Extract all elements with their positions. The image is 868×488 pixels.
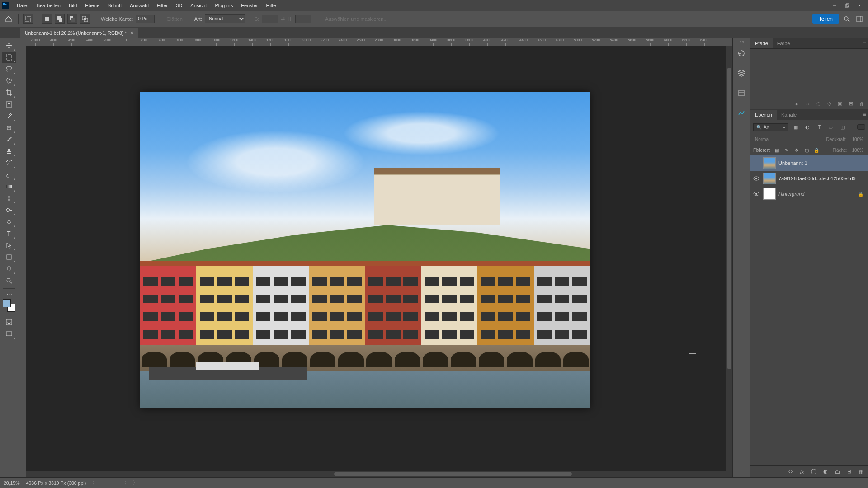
color-tab[interactable]: Farbe <box>773 38 795 48</box>
menu-datei[interactable]: Datei <box>13 0 33 11</box>
lock-transparency-icon[interactable]: ▨ <box>773 147 780 153</box>
stroke-path-icon[interactable]: ○ <box>804 101 811 107</box>
foreground-color-swatch[interactable] <box>3 299 11 307</box>
brush-tool[interactable] <box>2 134 16 145</box>
canvas-area[interactable]: -1000-800-600-400-2000200400600800100012… <box>18 38 732 477</box>
menu-fenster[interactable]: Fenster <box>237 0 262 11</box>
lock-pixels-icon[interactable]: ✎ <box>783 147 790 153</box>
layer-row[interactable]: 7a9f1960ae00dd...dec012503e4d9 <box>750 171 868 186</box>
doc-info-menu-icon[interactable]: 〉 <box>92 480 97 486</box>
close-tab-icon[interactable]: × <box>130 28 133 38</box>
menu-filter[interactable]: Filter <box>153 0 172 11</box>
libraries-panel-icon[interactable] <box>736 68 747 79</box>
feather-input[interactable] <box>136 15 155 23</box>
selection-to-path-icon[interactable]: ◇ <box>826 101 833 107</box>
window-minimize-button[interactable] <box>828 1 841 10</box>
window-close-button[interactable] <box>854 1 866 10</box>
horizontal-ruler[interactable]: -1000-800-600-400-2000200400600800100012… <box>26 38 732 46</box>
group-layers-icon[interactable]: 🗀 <box>834 469 841 475</box>
layer-style-icon[interactable]: fx <box>798 469 806 475</box>
hand-tool[interactable] <box>2 263 16 275</box>
fill-path-icon[interactable]: ● <box>793 101 800 107</box>
eyedropper-tool[interactable] <box>2 110 16 122</box>
path-to-selection-icon[interactable]: ◌ <box>815 101 822 107</box>
layer-name[interactable]: 7a9f1960ae00dd...dec012503e4d9 <box>778 176 856 181</box>
timeline-next-icon[interactable]: 〉 <box>133 480 138 486</box>
layer-row[interactable]: Unbenannt-1 <box>750 155 868 171</box>
panel-menu-icon[interactable]: ≡ <box>863 111 866 117</box>
delete-layer-icon[interactable]: 🗑 <box>857 469 864 475</box>
menu-hilfe[interactable]: Hilfe <box>262 0 280 11</box>
move-tool[interactable] <box>2 40 16 52</box>
layers-tab[interactable]: Ebenen <box>750 110 777 120</box>
color-swatches[interactable] <box>3 299 15 312</box>
lock-artboard-icon[interactable]: ▢ <box>803 147 810 153</box>
filter-smart-icon[interactable]: ◫ <box>838 123 847 131</box>
home-button[interactable] <box>4 14 14 24</box>
intersect-selection-icon[interactable] <box>80 14 90 24</box>
zoom-level[interactable]: 20,15% <box>4 480 20 486</box>
lasso-tool[interactable] <box>2 63 16 75</box>
layer-name[interactable]: Hintergrund <box>778 191 804 197</box>
menu-bearbeiten[interactable]: Bearbeiten <box>33 0 65 11</box>
menu-3d[interactable]: 3D <box>172 0 186 11</box>
subtract-selection-icon[interactable] <box>67 14 77 24</box>
workspace-switcher-icon[interactable] <box>854 14 864 24</box>
new-layer-icon[interactable]: ⊞ <box>845 469 853 475</box>
panel-menu-icon[interactable]: ≡ <box>863 40 866 46</box>
eraser-tool[interactable] <box>2 169 16 181</box>
dodge-tool[interactable] <box>2 204 16 216</box>
blur-tool[interactable] <box>2 192 16 204</box>
layer-filter-type[interactable]: 🔍 Art ▾ <box>753 123 788 131</box>
document-tab[interactable]: Unbenannt-1 bei 20,2% (Unbenannt-1, RGB/… <box>20 28 138 38</box>
lock-all-icon[interactable]: 🔒 <box>813 147 820 153</box>
history-panel-icon[interactable] <box>736 48 747 59</box>
style-select[interactable]: Normal <box>205 14 245 23</box>
quick-mask-icon[interactable] <box>2 316 16 328</box>
frame-tool[interactable] <box>2 99 16 110</box>
menu-auswahl[interactable]: Auswahl <box>126 0 153 11</box>
ruler-origin[interactable] <box>18 38 26 46</box>
add-selection-icon[interactable] <box>55 14 65 24</box>
new-path-icon[interactable]: ⊞ <box>847 101 854 107</box>
layer-thumbnail[interactable] <box>763 173 776 184</box>
opacity-value[interactable]: 100% <box>850 137 865 142</box>
stamp-tool[interactable] <box>2 145 16 157</box>
delete-path-icon[interactable]: 🗑 <box>858 101 865 107</box>
layer-row[interactable]: Hintergrund 🔒 <box>750 186 868 202</box>
add-mask-path-icon[interactable]: ▣ <box>836 101 844 107</box>
pen-tool[interactable] <box>2 216 16 228</box>
filter-type-icon[interactable]: T <box>815 123 824 131</box>
menu-ansicht[interactable]: Ansicht <box>186 0 211 11</box>
screen-mode-icon[interactable] <box>2 328 16 340</box>
layer-name[interactable]: Unbenannt-1 <box>778 160 807 166</box>
blend-mode-select[interactable]: Normal <box>753 137 771 142</box>
menu-ebene[interactable]: Ebene <box>81 0 104 11</box>
healing-tool[interactable] <box>2 122 16 134</box>
history-brush-tool[interactable] <box>2 157 16 169</box>
filter-shape-icon[interactable]: ▱ <box>826 123 835 131</box>
link-layers-icon[interactable]: ⇔ <box>787 469 794 475</box>
type-tool[interactable]: T <box>2 228 16 239</box>
lock-position-icon[interactable]: ✥ <box>793 147 800 153</box>
menu-schrift[interactable]: Schrift <box>104 0 126 11</box>
edit-toolbar-icon[interactable]: ⋯ <box>6 291 12 297</box>
search-icon[interactable] <box>842 14 852 24</box>
timeline-prev-icon[interactable]: 〈 <box>122 480 127 486</box>
document-info[interactable]: 4936 Px x 3319 Px (300 ppi) <box>26 480 86 486</box>
vertical-scrollbar[interactable] <box>726 46 732 477</box>
path-select-tool[interactable] <box>2 239 16 251</box>
menu-plugins[interactable]: Plug-ins <box>211 0 237 11</box>
adjustment-layer-icon[interactable]: ◐ <box>822 469 829 475</box>
window-restore-button[interactable] <box>841 1 854 10</box>
filter-adjust-icon[interactable]: ◐ <box>803 123 812 131</box>
fill-value[interactable]: 100% <box>850 148 865 153</box>
properties-panel-icon[interactable] <box>736 88 747 99</box>
layer-thumbnail[interactable] <box>763 188 776 200</box>
menu-bild[interactable]: Bild <box>65 0 81 11</box>
horizontal-scrollbar[interactable] <box>26 471 726 477</box>
filter-toggle[interactable] <box>857 124 865 130</box>
new-selection-icon[interactable] <box>42 14 52 24</box>
paths-tab[interactable]: Pfade <box>750 38 773 48</box>
share-button[interactable]: Teilen <box>812 14 839 24</box>
